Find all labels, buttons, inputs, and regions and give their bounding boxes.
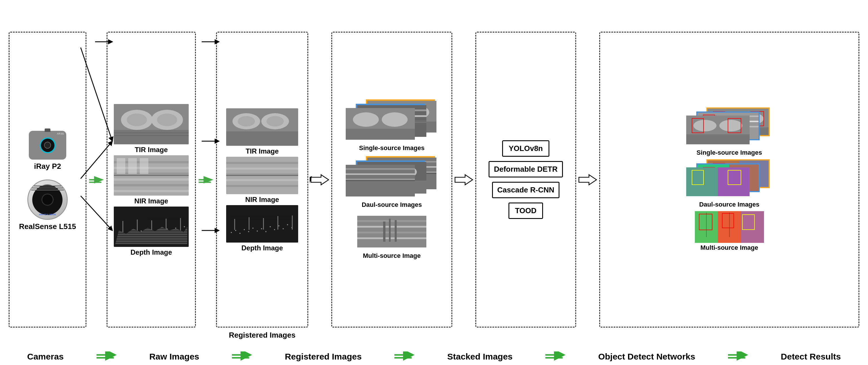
main-diagram: APJG iRay P2 intel REALS — [0, 0, 868, 365]
svg-point-31 — [166, 229, 168, 230]
svg-point-25 — [141, 231, 142, 232]
dual-result-imgs — [683, 159, 776, 200]
iray-usb — [45, 128, 51, 132]
tir-raw-svg — [114, 104, 189, 144]
svg-point-55 — [238, 116, 255, 126]
svg-rect-61 — [226, 168, 298, 170]
svg-point-24 — [136, 235, 137, 236]
realsense-brand: intel REALSENSE — [39, 213, 56, 215]
svg-rect-17 — [128, 158, 137, 174]
iray-lens — [40, 138, 56, 153]
svg-rect-111 — [346, 174, 415, 175]
svg-point-134 — [693, 120, 716, 131]
single-result-front-svg — [686, 116, 750, 144]
svg-point-40 — [138, 241, 139, 242]
nir-raw-item: NIR Image — [114, 155, 189, 205]
svg-point-67 — [231, 232, 232, 233]
single-source-front-svg — [346, 108, 415, 140]
svg-rect-99 — [346, 129, 415, 140]
svg-rect-16 — [117, 158, 125, 174]
rawimages-bottom: Raw Images — [149, 352, 199, 362]
multi-result-svg — [695, 211, 764, 243]
iray-lens-inner — [44, 142, 51, 149]
multi-result-group: Multi-source Image — [695, 211, 764, 251]
svg-rect-154 — [741, 211, 764, 243]
svg-rect-50 — [151, 220, 152, 233]
svg-point-43 — [151, 239, 152, 240]
svg-point-38 — [129, 240, 130, 241]
svg-point-74 — [261, 228, 262, 229]
svg-rect-117 — [357, 232, 426, 233]
multi-source-imgs — [356, 213, 428, 250]
svg-point-79 — [283, 228, 284, 229]
multi-result-img — [695, 211, 764, 243]
networks-section: YOLOv8n Deformable DETR Cascade R-CNN TO… — [475, 32, 576, 328]
tir-raw-item: TIR Image — [114, 104, 189, 154]
svg-rect-18 — [140, 158, 148, 174]
depth-reg-item: Depth Image — [226, 205, 298, 252]
svg-point-20 — [119, 235, 120, 236]
dual-source-imgs — [343, 156, 441, 200]
svg-point-32 — [171, 231, 172, 233]
nir-raw-thumb — [114, 155, 189, 195]
results-bottom-label: Detect Results — [781, 352, 841, 362]
svg-rect-85 — [277, 216, 278, 230]
arrow-cameras-to-raw — [86, 173, 106, 187]
single-source-group: Single-source Images — [343, 99, 441, 152]
svg-rect-121 — [395, 220, 397, 242]
realsense-label: RealSense L515 — [19, 222, 76, 231]
arrow-bottom-2 — [230, 352, 253, 362]
svg-point-75 — [265, 231, 267, 232]
tir-reg-thumb — [226, 108, 298, 146]
svg-rect-66 — [226, 205, 298, 243]
svg-point-78 — [278, 225, 279, 226]
dual-source-front — [346, 165, 415, 196]
arrow-bottom-4 — [544, 352, 567, 362]
stacked-bottom-label: Stacked Images — [447, 352, 513, 362]
bottom-arrow-3-svg — [393, 352, 416, 362]
svg-point-26 — [145, 233, 146, 235]
svg-point-22 — [128, 236, 129, 237]
dual-result-label: Daul-source Images — [699, 201, 760, 208]
tir-raw-label: TIR Image — [135, 146, 168, 154]
svg-point-44 — [155, 242, 156, 243]
multi-source-group: Multi-source Image — [356, 213, 428, 260]
arrow-raw-to-registered — [196, 173, 216, 187]
depth-reg-label: Depth Image — [241, 244, 283, 252]
arrow-bottom-5 — [726, 352, 750, 362]
svg-rect-116 — [357, 226, 426, 227]
tir-reg-label: TIR Image — [246, 147, 279, 155]
svg-point-36 — [120, 239, 122, 240]
realsense-lens — [41, 193, 54, 206]
svg-rect-51 — [166, 219, 166, 233]
svg-point-4 — [157, 114, 177, 126]
dual-result-front — [686, 168, 750, 196]
svg-point-39 — [133, 238, 134, 239]
depth-reg-thumb — [226, 205, 298, 243]
multi-source-single — [357, 216, 426, 247]
dual-result-group: Daul-source Images — [683, 159, 776, 208]
single-result-group: Single-source Images — [683, 108, 776, 156]
svg-rect-49 — [137, 219, 138, 233]
depth-raw-svg — [114, 207, 189, 247]
arrow-registered-to-stacked — [308, 171, 331, 188]
svg-rect-136 — [686, 134, 750, 144]
svg-point-97 — [353, 112, 379, 127]
arrow-bottom-3 — [393, 352, 416, 362]
bottom-arrow-4-svg — [544, 352, 567, 362]
svg-rect-120 — [389, 219, 391, 242]
svg-rect-119 — [383, 221, 385, 242]
svg-rect-82 — [234, 219, 235, 230]
multi-source-svg — [357, 216, 426, 247]
svg-point-70 — [244, 229, 245, 230]
svg-rect-13 — [114, 184, 189, 186]
dual-source-label: Daul-source Images — [362, 201, 422, 209]
tir-raw-thumb — [114, 104, 189, 144]
single-source-label: Single-source Images — [359, 144, 424, 152]
svg-rect-14 — [114, 190, 189, 192]
registered-bottom-label: Registered Images — [285, 352, 362, 362]
svg-rect-115 — [357, 220, 426, 222]
svg-point-27 — [149, 231, 150, 233]
svg-rect-110 — [346, 168, 415, 170]
svg-point-45 — [159, 240, 160, 241]
